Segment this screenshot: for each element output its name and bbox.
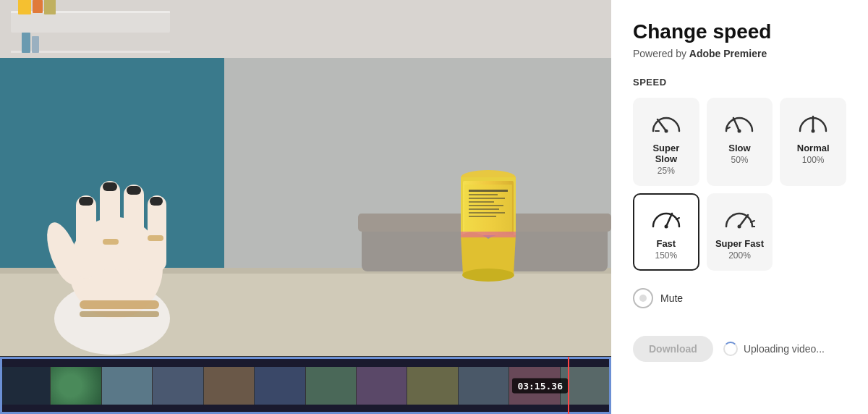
video-preview bbox=[0, 0, 611, 356]
svg-rect-23 bbox=[79, 197, 93, 206]
timeline-playhead bbox=[568, 357, 569, 414]
svg-rect-6 bbox=[33, 0, 43, 13]
svg-point-46 bbox=[664, 130, 668, 133]
speed-card-slow-name: Slow bbox=[715, 143, 765, 153]
svg-rect-5 bbox=[18, 0, 31, 14]
svg-point-52 bbox=[812, 130, 815, 133]
svg-rect-38 bbox=[469, 198, 505, 199]
svg-point-34 bbox=[462, 269, 514, 282]
timeline-thumb bbox=[204, 367, 255, 405]
panel-title: Change speed bbox=[633, 20, 846, 43]
upload-status-text: Uploading video... bbox=[744, 343, 825, 355]
svg-point-57 bbox=[738, 225, 741, 229]
svg-rect-29 bbox=[103, 239, 119, 245]
speed-grid-bottom: Fast 150% Super Fast 200% bbox=[633, 193, 846, 271]
upload-spinner bbox=[723, 342, 738, 356]
timeline-thumb bbox=[102, 367, 153, 405]
speed-card-normal-pct: 100% bbox=[788, 155, 838, 165]
svg-rect-28 bbox=[80, 311, 159, 317]
svg-rect-3 bbox=[11, 11, 170, 33]
svg-rect-26 bbox=[150, 197, 163, 206]
speed-grid-top: Super Slow 25% Slow 50% Normal 100% bbox=[633, 98, 846, 186]
mute-row: Mute bbox=[633, 288, 846, 308]
speed-card-slow[interactable]: Slow 50% bbox=[707, 98, 773, 186]
speed-card-fast-name: Fast bbox=[642, 238, 691, 249]
timeline-thumb bbox=[459, 367, 509, 405]
fast-icon bbox=[650, 205, 682, 232]
svg-rect-19 bbox=[100, 181, 120, 271]
svg-point-49 bbox=[738, 130, 741, 133]
speed-card-normal[interactable]: Normal 100% bbox=[780, 98, 846, 186]
timeline-thumb bbox=[0, 367, 51, 405]
svg-rect-9 bbox=[22, 33, 30, 53]
download-button[interactable]: Download bbox=[633, 336, 713, 362]
speed-card-fast-pct: 150% bbox=[642, 250, 691, 261]
upload-status: Uploading video... bbox=[723, 342, 825, 356]
right-panel: Change speed Powered by Adobe Premiere S… bbox=[611, 0, 868, 414]
speed-card-slow-pct: 50% bbox=[715, 155, 765, 165]
speed-card-super-slow-name: Super Slow bbox=[642, 143, 691, 164]
svg-rect-43 bbox=[469, 216, 496, 217]
timeline-timecode: 03:15.36 bbox=[512, 378, 568, 393]
svg-rect-7 bbox=[44, 0, 56, 14]
panel-subtitle: Powered by Adobe Premiere bbox=[633, 48, 846, 59]
svg-rect-24 bbox=[103, 182, 117, 191]
speed-card-fast[interactable]: Fast 150% bbox=[633, 193, 699, 271]
svg-line-56 bbox=[739, 215, 748, 227]
timeline-thumb bbox=[51, 367, 101, 405]
speed-grid-placeholder bbox=[780, 193, 846, 271]
svg-rect-42 bbox=[469, 212, 505, 214]
timeline-thumb bbox=[255, 367, 305, 405]
speed-card-super-fast[interactable]: Super Fast 200% bbox=[707, 193, 773, 271]
slow-icon bbox=[723, 109, 755, 137]
speed-section-label: Speed bbox=[633, 77, 846, 88]
svg-rect-10 bbox=[32, 36, 39, 53]
speed-card-normal-name: Normal bbox=[788, 143, 838, 153]
speed-card-super-slow-pct: 25% bbox=[642, 166, 691, 176]
svg-line-45 bbox=[658, 119, 666, 131]
timeline-thumb bbox=[357, 367, 407, 405]
timeline[interactable]: 03:15.36 bbox=[0, 356, 611, 414]
normal-icon bbox=[797, 109, 829, 137]
svg-rect-36 bbox=[469, 190, 508, 192]
svg-point-54 bbox=[664, 225, 668, 229]
mute-toggle[interactable] bbox=[633, 288, 653, 308]
mute-label: Mute bbox=[660, 292, 683, 304]
bottom-bar: Download Uploading video... bbox=[633, 329, 846, 362]
svg-rect-25 bbox=[127, 186, 141, 195]
svg-rect-40 bbox=[469, 205, 503, 206]
svg-line-53 bbox=[666, 214, 672, 227]
svg-rect-39 bbox=[469, 201, 494, 203]
mute-toggle-indicator bbox=[639, 295, 647, 302]
timeline-thumb bbox=[306, 367, 357, 405]
svg-rect-37 bbox=[469, 194, 498, 195]
speed-card-super-fast-name: Super Fast bbox=[715, 238, 765, 249]
speed-card-super-fast-pct: 200% bbox=[715, 250, 765, 261]
svg-rect-20 bbox=[124, 185, 144, 271]
svg-rect-30 bbox=[148, 235, 163, 241]
timeline-thumb bbox=[407, 367, 458, 405]
speed-card-super-slow[interactable]: Super Slow 25% bbox=[633, 98, 699, 186]
svg-line-48 bbox=[733, 118, 739, 131]
subtitle-brand: Adobe Premiere bbox=[689, 48, 767, 59]
timeline-thumb bbox=[153, 367, 203, 405]
svg-rect-44 bbox=[461, 232, 516, 237]
video-panel: 03:15.36 bbox=[0, 0, 611, 414]
super-fast-icon bbox=[723, 205, 755, 232]
super-slow-icon bbox=[650, 109, 682, 137]
svg-rect-27 bbox=[80, 300, 159, 309]
svg-rect-21 bbox=[148, 195, 166, 271]
svg-rect-41 bbox=[469, 208, 499, 210]
subtitle-prefix: Powered by bbox=[633, 48, 689, 59]
